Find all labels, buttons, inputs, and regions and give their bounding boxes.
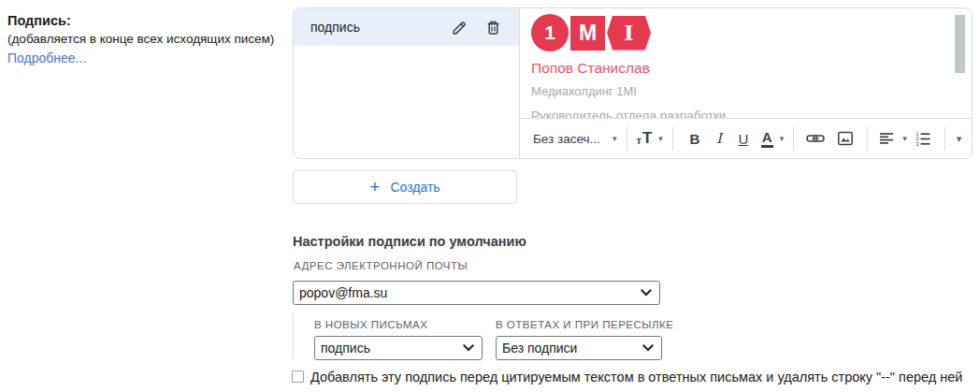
signature-name: подпись	[310, 20, 448, 35]
logo-square-m: M	[570, 16, 605, 51]
signature-list: подпись	[294, 8, 520, 158]
underline-button[interactable]: U	[731, 131, 756, 147]
insert-before-quote-label: Добавлять эту подпись перед цитируемым т…	[310, 368, 962, 386]
signature-manager: подпись	[293, 7, 973, 159]
more-options-button[interactable]: ▾	[957, 133, 962, 145]
create-signature-button[interactable]: + Создать	[293, 170, 517, 204]
insert-image-button[interactable]	[833, 126, 858, 151]
font-size-dropdown[interactable]: т T ▾	[637, 129, 663, 148]
link-icon	[805, 128, 826, 149]
text-color-icon: A	[761, 130, 773, 148]
formatting-toolbar: Без засеч... ▾ т T ▾ B I U A ▾	[520, 118, 972, 158]
image-icon	[836, 129, 855, 148]
email-address-select-wrap: popov@fma.su	[293, 281, 660, 305]
reply-forward-signature-select[interactable]: Без подписи	[496, 336, 662, 360]
learn-more-link[interactable]: Подробнее...	[7, 49, 288, 67]
delete-signature-button[interactable]	[482, 16, 504, 38]
insert-before-quote-row: Добавлять эту подпись перед цитируемым т…	[292, 368, 962, 386]
logo-circle-1: 1	[531, 14, 569, 51]
font-size-icon: т	[637, 135, 641, 148]
insert-link-button[interactable]	[803, 126, 828, 151]
company-logo: 1 M I	[531, 14, 953, 51]
toolbar-divider	[867, 126, 868, 151]
bold-button[interactable]: B	[683, 131, 707, 147]
edit-signature-button[interactable]	[448, 16, 470, 38]
section-subtitle: (добавляется в конце всех исходящих писе…	[7, 30, 288, 49]
preview-scrollbar-thumb[interactable]	[955, 15, 965, 73]
signature-editor: 1 M I Попов Станислав Медиахолдинг 1MI Р…	[520, 8, 972, 158]
section-title: Подпись:	[7, 11, 288, 30]
indent-guide-line	[293, 314, 294, 358]
chevron-down-icon: ▾	[658, 135, 663, 143]
signature-section-info: Подпись: (добавляется в конце всех исход…	[7, 11, 288, 67]
toolbar-divider	[793, 126, 794, 151]
italic-button[interactable]: I	[707, 130, 731, 147]
numbered-list-button[interactable]: 1 2 3	[911, 126, 935, 151]
signature-person-name: Попов Станислав	[531, 60, 953, 77]
align-dropdown[interactable]: ▾	[877, 129, 907, 148]
signature-list-item[interactable]: подпись	[294, 8, 519, 46]
plus-icon: +	[369, 178, 380, 196]
signature-role: Руководитель отдела разработки	[531, 109, 953, 118]
signature-preview-content[interactable]: 1 M I Попов Станислав Медиахолдинг 1MI Р…	[520, 8, 972, 118]
svg-text:3: 3	[915, 141, 918, 147]
text-color-dropdown[interactable]: A ▾	[761, 130, 784, 148]
email-address-label: АДРЕС ЭЛЕКТРОННОЙ ПОЧТЫ	[294, 260, 468, 271]
chevron-down-icon: ▾	[902, 135, 907, 143]
toolbar-divider	[944, 126, 945, 151]
reply-forward-label: В ОТВЕТАХ И ПРИ ПЕРЕСЫЛКЕ	[496, 319, 673, 330]
numbered-list-icon: 1 2 3	[914, 129, 932, 148]
new-mail-label: В НОВЫХ ПИСЬМАХ	[314, 319, 427, 330]
pencil-icon	[451, 19, 468, 36]
insert-before-quote-checkbox[interactable]	[292, 370, 304, 383]
defaults-section-title: Настройки подписи по умолчанию	[293, 234, 526, 249]
logo-hexagon-i: I	[607, 16, 651, 51]
reply-select-wrap: Без подписи	[496, 336, 662, 360]
chevron-down-icon: ▾	[612, 135, 617, 143]
trash-icon	[484, 19, 502, 36]
signature-company: Медиахолдинг 1MI	[531, 84, 953, 98]
toolbar-divider	[672, 126, 673, 151]
gmail-signature-settings: Подпись: (добавляется в конце всех исход…	[0, 0, 980, 392]
new-mail-select-wrap: подпись	[314, 336, 483, 360]
align-left-icon	[877, 129, 896, 148]
font-family-dropdown[interactable]: Без засеч... ▾	[533, 132, 617, 146]
chevron-down-icon: ▾	[780, 135, 785, 143]
toolbar-divider	[627, 126, 627, 151]
email-address-select[interactable]: popov@fma.su	[293, 281, 660, 305]
font-family-value: Без засеч...	[533, 132, 606, 146]
new-mail-signature-select[interactable]: подпись	[314, 336, 483, 360]
